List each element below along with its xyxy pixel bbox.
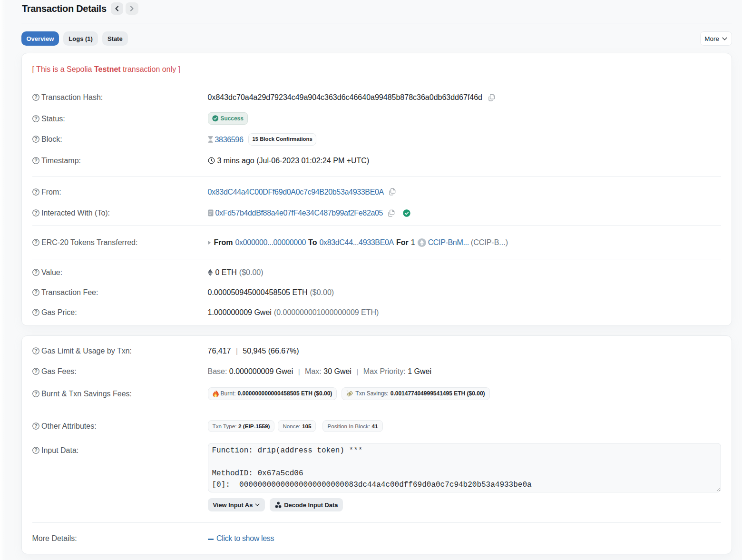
svg-text:?: ? xyxy=(34,239,38,245)
svg-text:?: ? xyxy=(34,189,38,195)
svg-text:?: ? xyxy=(34,289,38,295)
svg-text:?: ? xyxy=(34,391,38,396)
svg-text:?: ? xyxy=(34,269,38,275)
svg-text:?: ? xyxy=(34,94,38,100)
svg-text:?: ? xyxy=(34,348,38,354)
svg-text:?: ? xyxy=(34,157,38,163)
svg-text:?: ? xyxy=(34,116,38,121)
svg-text:?: ? xyxy=(34,423,38,429)
svg-text:?: ? xyxy=(34,309,38,315)
svg-text:?: ? xyxy=(34,136,38,142)
svg-text:?: ? xyxy=(34,368,38,374)
svg-text:?: ? xyxy=(34,210,38,216)
svg-text:?: ? xyxy=(34,447,38,453)
